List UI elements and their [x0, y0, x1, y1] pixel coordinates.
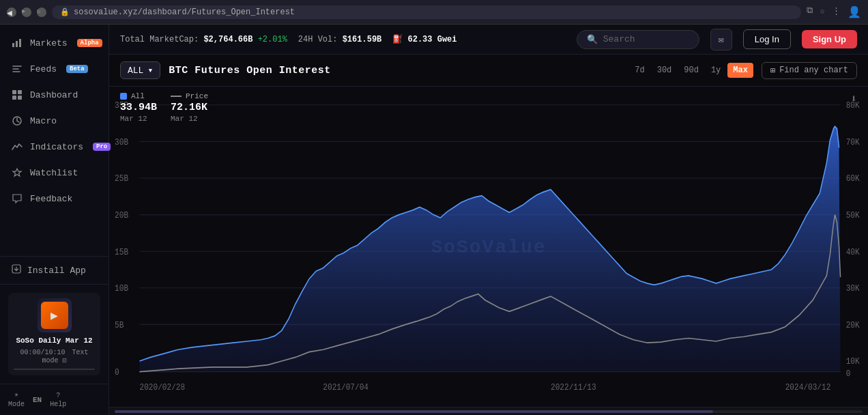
svg-text:2020/02/28: 2020/02/28: [139, 383, 185, 393]
legend-color-line: [171, 96, 182, 97]
help-button[interactable]: ? Help: [50, 392, 66, 408]
indicators-label: Indicators: [30, 142, 83, 152]
mode-toggle[interactable]: ☀ Mode: [8, 391, 25, 408]
search-placeholder: Search: [603, 34, 635, 44]
dropdown-arrow: ▾: [147, 65, 153, 76]
sidebar-item-macro[interactable]: Macro: [0, 108, 108, 134]
market-cap-label: Total MarketCap:: [120, 35, 199, 44]
main-content: Total MarketCap: $2,764.66B +2.01% 24H V…: [109, 25, 868, 415]
chart-title: BTC Futures Open Interest: [169, 65, 331, 76]
gas-value: 62.33 Gwei: [407, 35, 457, 44]
svg-text:50K: 50K: [846, 211, 860, 221]
chart-legend: All 33.94B Mar 12 Price 72.16K Mar 12: [120, 92, 208, 123]
podcast-thumb-inner: ▶: [41, 302, 68, 329]
svg-text:30K: 30K: [846, 284, 860, 294]
svg-text:15B: 15B: [115, 247, 128, 257]
help-label: Help: [50, 401, 66, 408]
podcast-time: 00:00/10:10 Text mode ⊡: [14, 349, 95, 364]
svg-text:0: 0: [846, 369, 851, 380]
markets-badge: Alpha: [77, 39, 102, 47]
log-in-button[interactable]: Log In: [743, 29, 791, 49]
gas-icon: ⛽: [392, 35, 403, 44]
feedback-icon: [11, 192, 23, 205]
podcast-card[interactable]: ▶ SoSo Daily Mar 12 00:00/10:10 Text mod…: [8, 293, 100, 375]
dashboard-label: Dashboard: [30, 90, 78, 100]
svg-text:10B: 10B: [115, 284, 128, 294]
legend-all-value: 33.94B: [120, 102, 157, 113]
legend-price-value: 72.16K: [171, 102, 208, 113]
gas-stat: ⛽ 62.33 Gwei: [392, 34, 457, 44]
feeds-badge: Beta: [66, 65, 88, 73]
time-btn-30d[interactable]: 30d: [652, 63, 678, 78]
market-cap-stat: Total MarketCap: $2,764.66B +2.01%: [120, 35, 287, 44]
browser-refresh[interactable]: ↻: [37, 8, 46, 17]
podcast-progress-track[interactable]: [14, 369, 95, 370]
chart-scrollbar[interactable]: [109, 407, 868, 415]
svg-text:70K: 70K: [846, 137, 860, 147]
time-btn-max[interactable]: Max: [727, 63, 753, 78]
podcast-mode-icon: ⊡: [63, 357, 67, 364]
menu-icon[interactable]: ⋮: [832, 5, 841, 19]
sign-up-button[interactable]: Sign Up: [802, 30, 857, 48]
language-icon: EN: [33, 396, 42, 404]
sidebar-item-markets[interactable]: Markets Alpha: [0, 30, 108, 56]
feeds-icon: [11, 63, 23, 75]
message-icon[interactable]: ✉: [710, 29, 732, 51]
legend-all-label: All: [120, 92, 157, 100]
chart-svg: 35B 30B 25B 20B 15B 10B 5B 0: [109, 87, 868, 407]
sidebar-item-feeds[interactable]: Feeds Beta: [0, 56, 108, 82]
browser-back[interactable]: ◀: [7, 8, 16, 17]
help-icon: ?: [56, 392, 60, 399]
svg-text:5B: 5B: [115, 320, 124, 330]
watchlist-icon: [11, 167, 23, 179]
macro-label: Macro: [30, 116, 57, 126]
svg-text:40K: 40K: [846, 247, 860, 257]
extensions-icon[interactable]: ⧉: [807, 5, 813, 19]
svg-rect-5: [12, 96, 16, 100]
vol-value: $161.59B: [343, 35, 382, 44]
scrollbar-track[interactable]: [115, 410, 863, 413]
market-cap-change: +2.01%: [258, 35, 287, 44]
url-text: sosovalue.xyz/dashboard/Futures_Open_Int…: [74, 8, 295, 17]
sidebar-item-indicators[interactable]: Indicators Pro: [0, 134, 108, 160]
header-bar: Total MarketCap: $2,764.66B +2.01% 24H V…: [109, 25, 868, 55]
podcast-widget: ▶ SoSo Daily Mar 12 00:00/10:10 Text mod…: [0, 284, 108, 384]
watchlist-label: Watchlist: [30, 168, 78, 178]
svg-rect-2: [19, 39, 21, 47]
indicators-badge: Pro: [93, 143, 111, 151]
mode-label: Mode: [8, 401, 25, 408]
filter-dropdown[interactable]: ALL ▾: [120, 61, 160, 79]
browser-icons: ⧉ ☆ ⋮ 👤: [807, 5, 861, 19]
vol-stat: 24H Vol: $161.59B: [298, 35, 381, 44]
legend-price-label: Price: [171, 92, 208, 100]
sidebar-item-dashboard[interactable]: Dashboard: [0, 82, 108, 108]
svg-text:60K: 60K: [846, 174, 860, 184]
sidebar-item-feedback[interactable]: Feedback: [0, 186, 108, 212]
legend-color-blue: [120, 93, 127, 100]
language-selector[interactable]: EN: [33, 396, 42, 404]
svg-text:0: 0: [115, 368, 119, 378]
legend-all-text: All: [131, 92, 145, 100]
download-icon[interactable]: ⬇: [850, 92, 857, 106]
url-bar[interactable]: 🔒 sosovalue.xyz/dashboard/Futures_Open_I…: [52, 5, 801, 19]
dashboard-icon: [11, 89, 23, 101]
time-btn-1y[interactable]: 1y: [706, 63, 726, 78]
time-btn-7d[interactable]: 7d: [629, 63, 650, 78]
scrollbar-thumb[interactable]: [115, 410, 713, 413]
svg-text:20K: 20K: [846, 320, 860, 330]
browser-forward[interactable]: ▶: [22, 8, 31, 17]
find-chart-button[interactable]: ⊞ Find any chart: [762, 62, 857, 79]
legend-all: All 33.94B Mar 12: [120, 92, 157, 123]
search-box[interactable]: 🔍 Search: [577, 30, 699, 49]
sidebar: Markets Alpha Feeds Beta: [0, 25, 109, 415]
svg-text:2021/07/04: 2021/07/04: [323, 383, 368, 393]
mode-icon: ☀: [14, 391, 18, 399]
sidebar-item-watchlist[interactable]: Watchlist: [0, 160, 108, 186]
svg-rect-6: [18, 96, 22, 100]
bookmark-icon[interactable]: ☆: [820, 5, 825, 19]
podcast-title: SoSo Daily Mar 12: [16, 337, 92, 345]
install-app[interactable]: Install App: [0, 256, 108, 284]
time-btn-90d[interactable]: 90d: [678, 63, 704, 78]
filter-label: ALL: [128, 66, 143, 76]
profile-icon[interactable]: 👤: [848, 5, 861, 19]
